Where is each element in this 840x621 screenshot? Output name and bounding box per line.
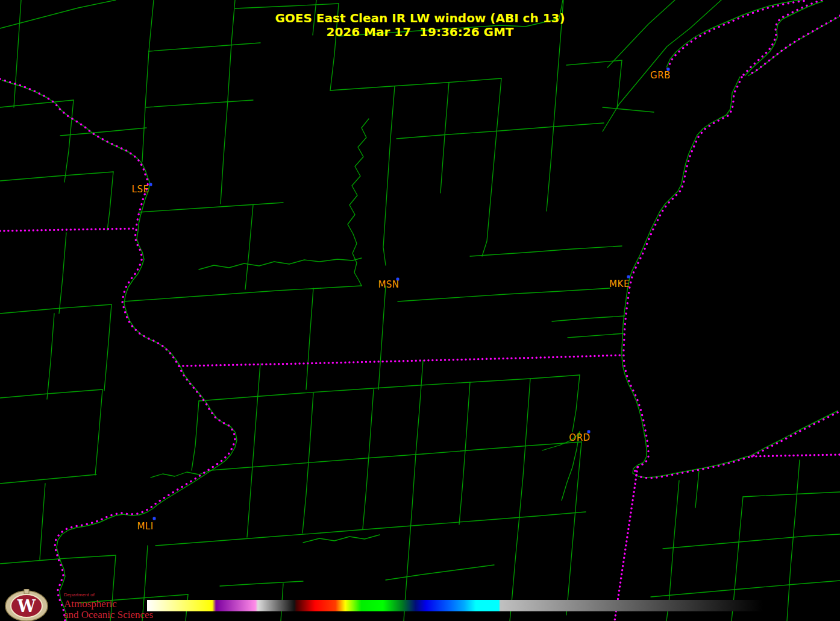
river-boundaries [151,119,580,580]
mississippi-river-border [0,79,235,621]
station-dot-MKE [627,276,630,279]
illinois-indiana-border [615,467,638,621]
station-dot-LSE [149,183,152,186]
station-label-GRB: GRB [650,70,671,81]
aos-logo: W Department of Atmospheric and Oceanic … [4,589,153,621]
uw-crest-icon: W [4,589,49,621]
aos-logo-text: Department of Atmospheric and Oceanic Sc… [64,593,153,620]
ir-colorbar [147,600,763,611]
logo-line1: Atmospheric [64,599,153,609]
title-line2: 2026 Mar 17 19:36:26 GMT [326,25,513,39]
map-canvas [0,0,840,621]
logo-department-label: Department of [64,593,153,597]
title-line1: GOES East Clean IR LW window (ABI ch 13) [275,11,565,25]
iowa-minnesota-border [0,229,136,231]
svg-text:W: W [17,597,36,616]
wisconsin-illinois-border [179,355,624,366]
michigan-indiana-border [752,455,840,456]
station-label-MLI: MLI [137,521,153,532]
image-title: GOES East Clean IR LW window (ABI ch 13)… [0,11,840,39]
lake-michigan-shoreline [624,77,840,478]
station-label-LSE: LSE [132,184,149,195]
shoreline-green [2,0,839,621]
logo-line2: and Oceanic Sciences [64,610,153,620]
station-label-ORD: ORD [569,432,590,443]
station-label-MKE: MKE [609,279,630,289]
station-dot-MLI [153,517,156,520]
station-label-MSN: MSN [378,279,399,290]
satellite-map-screen: GOES East Clean IR LW window (ABI ch 13)… [0,0,840,621]
